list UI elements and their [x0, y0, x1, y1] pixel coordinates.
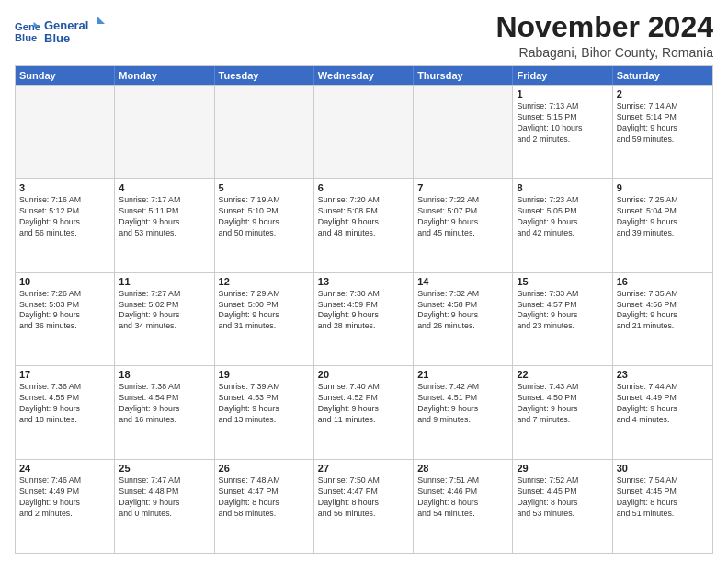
day-number: 27	[318, 463, 409, 474]
cell-info: Sunrise: 7:23 AM Sunset: 5:05 PM Dayligh…	[517, 195, 608, 239]
day-number: 24	[19, 463, 110, 474]
day-number: 1	[517, 88, 608, 99]
cell-info: Sunrise: 7:36 AM Sunset: 4:55 PM Dayligh…	[19, 382, 110, 426]
logo-svg: General Blue	[44, 15, 108, 48]
cell-info: Sunrise: 7:46 AM Sunset: 4:49 PM Dayligh…	[19, 476, 110, 520]
cell-info: Sunrise: 7:54 AM Sunset: 4:45 PM Dayligh…	[617, 476, 709, 520]
cal-cell-r0-c3	[314, 86, 414, 178]
header-thursday: Thursday	[414, 66, 513, 85]
cal-row-2: 10Sunrise: 7:26 AM Sunset: 5:03 PM Dayli…	[16, 272, 712, 366]
cal-cell-r1-c5: 8Sunrise: 7:23 AM Sunset: 5:05 PM Daylig…	[513, 179, 612, 272]
cell-info: Sunrise: 7:32 AM Sunset: 4:58 PM Dayligh…	[417, 289, 508, 333]
cell-info: Sunrise: 7:44 AM Sunset: 4:49 PM Dayligh…	[617, 382, 709, 426]
logo-icon: General Blue	[15, 18, 40, 44]
cell-info: Sunrise: 7:20 AM Sunset: 5:08 PM Dayligh…	[318, 195, 409, 239]
header-monday: Monday	[115, 66, 214, 85]
day-number: 26	[219, 463, 310, 474]
cell-info: Sunrise: 7:19 AM Sunset: 5:10 PM Dayligh…	[219, 195, 310, 239]
day-number: 5	[219, 182, 310, 193]
title-area: November 2024 Rabagani, Bihor County, Ro…	[495, 11, 713, 60]
cal-cell-r4-c5: 29Sunrise: 7:52 AM Sunset: 4:45 PM Dayli…	[513, 460, 612, 553]
cell-info: Sunrise: 7:17 AM Sunset: 5:11 PM Dayligh…	[119, 195, 210, 239]
day-number: 21	[417, 369, 508, 380]
cal-cell-r2-c4: 14Sunrise: 7:32 AM Sunset: 4:58 PM Dayli…	[414, 273, 513, 366]
day-number: 23	[617, 369, 709, 380]
day-number: 18	[119, 369, 210, 380]
cal-cell-r1-c4: 7Sunrise: 7:22 AM Sunset: 5:07 PM Daylig…	[414, 179, 513, 272]
day-number: 29	[517, 463, 608, 474]
cal-cell-r2-c3: 13Sunrise: 7:30 AM Sunset: 4:59 PM Dayli…	[314, 273, 414, 366]
cell-info: Sunrise: 7:52 AM Sunset: 4:45 PM Dayligh…	[517, 476, 608, 520]
calendar-header: Sunday Monday Tuesday Wednesday Thursday…	[16, 66, 712, 85]
cell-info: Sunrise: 7:13 AM Sunset: 5:15 PM Dayligh…	[517, 101, 608, 145]
cal-cell-r1-c3: 6Sunrise: 7:20 AM Sunset: 5:08 PM Daylig…	[314, 179, 414, 272]
cal-cell-r0-c2	[215, 86, 314, 178]
cal-cell-r2-c2: 12Sunrise: 7:29 AM Sunset: 5:00 PM Dayli…	[215, 273, 314, 366]
cell-info: Sunrise: 7:14 AM Sunset: 5:14 PM Dayligh…	[617, 101, 709, 145]
day-number: 16	[617, 276, 709, 287]
cal-cell-r2-c5: 15Sunrise: 7:33 AM Sunset: 4:57 PM Dayli…	[513, 273, 612, 366]
day-number: 2	[617, 88, 709, 99]
cal-cell-r3-c1: 18Sunrise: 7:38 AM Sunset: 4:54 PM Dayli…	[115, 366, 214, 459]
cell-info: Sunrise: 7:35 AM Sunset: 4:56 PM Dayligh…	[617, 289, 709, 333]
cell-info: Sunrise: 7:40 AM Sunset: 4:52 PM Dayligh…	[318, 382, 409, 426]
cal-cell-r4-c6: 30Sunrise: 7:54 AM Sunset: 4:45 PM Dayli…	[613, 460, 712, 553]
cal-row-4: 24Sunrise: 7:46 AM Sunset: 4:49 PM Dayli…	[16, 459, 712, 553]
cal-cell-r0-c4	[414, 86, 513, 178]
cal-cell-r1-c0: 3Sunrise: 7:16 AM Sunset: 5:12 PM Daylig…	[16, 179, 115, 272]
cal-row-1: 3Sunrise: 7:16 AM Sunset: 5:12 PM Daylig…	[16, 178, 712, 272]
svg-text:Blue: Blue	[44, 31, 70, 45]
header: General Blue General Blue November 2024 …	[15, 11, 713, 60]
day-number: 19	[219, 369, 310, 380]
cell-info: Sunrise: 7:43 AM Sunset: 4:50 PM Dayligh…	[517, 382, 608, 426]
day-number: 3	[19, 182, 110, 193]
cal-row-0: 1Sunrise: 7:13 AM Sunset: 5:15 PM Daylig…	[16, 85, 712, 178]
cell-info: Sunrise: 7:22 AM Sunset: 5:07 PM Dayligh…	[417, 195, 508, 239]
cell-info: Sunrise: 7:25 AM Sunset: 5:04 PM Dayligh…	[617, 195, 709, 239]
cell-info: Sunrise: 7:48 AM Sunset: 4:47 PM Dayligh…	[219, 476, 310, 520]
cell-info: Sunrise: 7:42 AM Sunset: 4:51 PM Dayligh…	[417, 382, 508, 426]
page: General Blue General Blue November 2024 …	[0, 0, 728, 563]
header-wednesday: Wednesday	[314, 66, 414, 85]
cal-cell-r3-c6: 23Sunrise: 7:44 AM Sunset: 4:49 PM Dayli…	[613, 366, 712, 459]
day-number: 20	[318, 369, 409, 380]
day-number: 8	[517, 182, 608, 193]
header-saturday: Saturday	[613, 66, 712, 85]
cal-cell-r0-c6: 2Sunrise: 7:14 AM Sunset: 5:14 PM Daylig…	[613, 86, 712, 178]
cal-cell-r1-c2: 5Sunrise: 7:19 AM Sunset: 5:10 PM Daylig…	[215, 179, 314, 272]
day-number: 28	[417, 463, 508, 474]
header-friday: Friday	[513, 66, 612, 85]
cal-row-3: 17Sunrise: 7:36 AM Sunset: 4:55 PM Dayli…	[16, 365, 712, 459]
day-number: 15	[517, 276, 608, 287]
cell-info: Sunrise: 7:27 AM Sunset: 5:02 PM Dayligh…	[119, 289, 210, 333]
svg-text:Blue: Blue	[15, 32, 37, 43]
calendar-body: 1Sunrise: 7:13 AM Sunset: 5:15 PM Daylig…	[16, 85, 712, 553]
cal-cell-r4-c1: 25Sunrise: 7:47 AM Sunset: 4:48 PM Dayli…	[115, 460, 214, 553]
day-number: 17	[19, 369, 110, 380]
cal-cell-r2-c0: 10Sunrise: 7:26 AM Sunset: 5:03 PM Dayli…	[16, 273, 115, 366]
day-number: 4	[119, 182, 210, 193]
cell-info: Sunrise: 7:50 AM Sunset: 4:47 PM Dayligh…	[318, 476, 409, 520]
day-number: 7	[417, 182, 508, 193]
day-number: 13	[318, 276, 409, 287]
svg-marker-4	[97, 17, 105, 24]
cell-info: Sunrise: 7:38 AM Sunset: 4:54 PM Dayligh…	[119, 382, 210, 426]
day-number: 25	[119, 463, 210, 474]
cal-cell-r1-c1: 4Sunrise: 7:17 AM Sunset: 5:11 PM Daylig…	[115, 179, 214, 272]
cell-info: Sunrise: 7:26 AM Sunset: 5:03 PM Dayligh…	[19, 289, 110, 333]
cal-cell-r0-c5: 1Sunrise: 7:13 AM Sunset: 5:15 PM Daylig…	[513, 86, 612, 178]
day-number: 22	[517, 369, 608, 380]
cal-cell-r3-c2: 19Sunrise: 7:39 AM Sunset: 4:53 PM Dayli…	[215, 366, 314, 459]
month-title: November 2024	[495, 11, 713, 43]
location-title: Rabagani, Bihor County, Romania	[495, 45, 713, 60]
day-number: 14	[417, 276, 508, 287]
cell-info: Sunrise: 7:39 AM Sunset: 4:53 PM Dayligh…	[219, 382, 310, 426]
day-number: 9	[617, 182, 709, 193]
day-number: 30	[617, 463, 709, 474]
calendar: Sunday Monday Tuesday Wednesday Thursday…	[15, 65, 713, 554]
svg-text:General: General	[44, 18, 88, 32]
cell-info: Sunrise: 7:30 AM Sunset: 4:59 PM Dayligh…	[318, 289, 409, 333]
cell-info: Sunrise: 7:16 AM Sunset: 5:12 PM Dayligh…	[19, 195, 110, 239]
cal-cell-r1-c6: 9Sunrise: 7:25 AM Sunset: 5:04 PM Daylig…	[613, 179, 712, 272]
cal-cell-r0-c0	[16, 86, 115, 178]
